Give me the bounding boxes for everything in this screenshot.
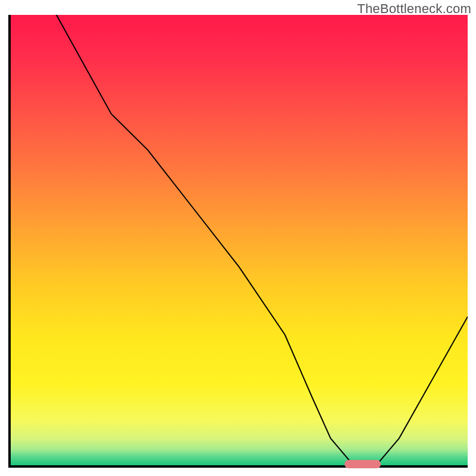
optimal-marker (345, 460, 381, 468)
plot-area (8, 15, 468, 468)
chart-container: TheBottleneck.com (0, 0, 476, 476)
line-curve (11, 15, 468, 465)
curve-svg (11, 15, 468, 465)
